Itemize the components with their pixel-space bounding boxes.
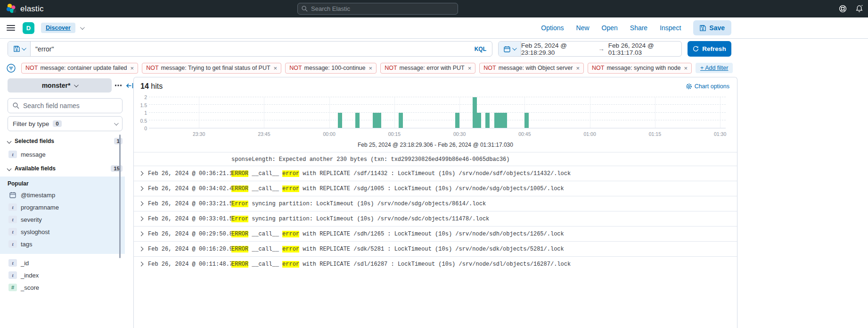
remove-filter-icon[interactable]: ×: [131, 65, 134, 72]
table-row: Feb 26, 2024 @ 00:29:50.898ERROR __call_…: [134, 226, 737, 241]
nav-open[interactable]: Open: [602, 24, 618, 32]
table-row: Feb 26, 2024 @ 00:33:21.536Error syncing…: [134, 196, 737, 211]
filter-bar: NOTmessage: container update failed×NOTm…: [0, 59, 739, 77]
saved-query-menu-button[interactable]: [8, 42, 31, 56]
nav-new[interactable]: New: [576, 24, 590, 32]
histogram-bar[interactable]: [485, 113, 490, 128]
chevron-down-icon: [21, 46, 26, 50]
filter-pill[interactable]: NOTmessage: container update failed×: [21, 63, 138, 74]
query-language-badge[interactable]: KQL: [469, 46, 492, 52]
index-pattern-selector[interactable]: monster*: [8, 78, 112, 93]
text-field-icon: t: [8, 228, 17, 235]
expand-row-icon[interactable]: [134, 246, 148, 252]
global-search[interactable]: [297, 3, 458, 15]
sidebar-scrollbar[interactable]: [119, 135, 121, 258]
remove-filter-icon[interactable]: ×: [684, 65, 688, 72]
filter-pill[interactable]: NOTmessage: Trying to get final status o…: [142, 63, 281, 74]
expand-row-icon[interactable]: [134, 216, 148, 222]
histogram-plot[interactable]: [149, 97, 726, 128]
y-axis-tick: 1: [144, 110, 147, 116]
expand-row-icon[interactable]: [134, 261, 148, 267]
field-item-_id[interactable]: t_id: [8, 257, 123, 269]
date-from[interactable]: Feb 25, 2024 @ 23:18:29.30: [521, 42, 594, 56]
row-timestamp: Feb 26, 2024 @ 00:34:02.433: [148, 185, 231, 192]
remove-filter-icon[interactable]: ×: [274, 65, 278, 72]
help-icon[interactable]: [839, 5, 847, 13]
nav-options[interactable]: Options: [541, 24, 564, 32]
gridline: [149, 97, 726, 97]
field-item-_index[interactable]: t_index: [8, 269, 123, 281]
collapse-sidebar-icon[interactable]: [126, 83, 133, 89]
row-timestamp: Feb 26, 2024 @ 00:29:50.898: [148, 231, 231, 237]
histogram-bar[interactable]: [377, 113, 381, 128]
histogram-bar[interactable]: [355, 113, 360, 128]
filter-not-prefix: NOT: [289, 65, 302, 71]
histogram-bar[interactable]: [373, 113, 377, 128]
remove-filter-icon[interactable]: ×: [369, 65, 373, 72]
filter-label: message: Trying to get final status of P…: [161, 65, 270, 71]
remove-filter-icon[interactable]: ×: [468, 65, 472, 72]
chart-options-button[interactable]: Chart options: [686, 83, 729, 90]
field-item-_score[interactable]: #_score: [8, 281, 123, 294]
field-name: message: [21, 151, 46, 158]
row-message: ERROR __call__ error with REPLICATE /sdf…: [231, 170, 737, 177]
elastic-logo-brand[interactable]: elastic: [0, 3, 44, 14]
filter-label: message: container update failed: [40, 65, 127, 71]
selected-fields-header[interactable]: Selected fields 1: [8, 138, 123, 144]
field-settings-icon[interactable]: [115, 84, 122, 87]
gridline: [394, 97, 395, 128]
filter-not-prefix: NOT: [385, 65, 397, 71]
field-item-message[interactable]: tmessage: [8, 148, 123, 160]
text-field-icon: t: [8, 240, 17, 248]
filter-pill[interactable]: NOTmessage: syncing with node×: [588, 63, 692, 74]
nav-inspect[interactable]: Inspect: [660, 24, 681, 32]
nav-share[interactable]: Share: [630, 24, 647, 32]
field-item-@timestamp[interactable]: @timestamp: [8, 189, 123, 201]
add-filter-button[interactable]: + Add filter: [696, 63, 733, 73]
app-bar: D Discover OptionsNewOpenShareInspect Sa…: [0, 17, 868, 39]
field-item-sysloghost[interactable]: tsysloghost: [8, 226, 123, 238]
field-name: tags: [21, 241, 33, 248]
expand-row-icon[interactable]: [134, 186, 148, 192]
calendar-menu-button[interactable]: [499, 42, 521, 56]
save-button[interactable]: Save: [693, 20, 731, 35]
available-fields-header[interactable]: Available fields 15: [8, 165, 123, 172]
histogram-bar[interactable]: [494, 113, 499, 128]
breadcrumb[interactable]: Discover: [41, 23, 75, 33]
gridline: [590, 97, 590, 128]
notifications-icon[interactable]: [855, 5, 863, 13]
refresh-button[interactable]: Refresh: [688, 41, 731, 57]
menu-icon[interactable]: [7, 25, 15, 31]
histogram-bar[interactable]: [399, 113, 403, 128]
global-search-input[interactable]: [311, 5, 454, 12]
selected-fields-label: Selected fields: [15, 138, 54, 144]
save-label: Save: [709, 24, 725, 32]
field-item-programname[interactable]: tprogramname: [8, 201, 123, 213]
date-to[interactable]: Feb 26, 2024 @ 01:31:17.03: [608, 42, 681, 56]
histogram-bar[interactable]: [524, 113, 529, 128]
filter-by-type-select[interactable]: Filter by type 0: [8, 116, 123, 131]
histogram-bar[interactable]: [499, 113, 503, 128]
expand-row-icon[interactable]: [134, 171, 148, 177]
filter-menu-icon[interactable]: [7, 64, 16, 73]
expand-row-icon[interactable]: [134, 201, 148, 207]
field-item-tags[interactable]: ttags: [8, 238, 123, 250]
chevron-down-icon[interactable]: [80, 25, 85, 30]
expand-row-icon[interactable]: [134, 231, 148, 237]
text-field-icon: t: [8, 203, 17, 211]
histogram-bar[interactable]: [455, 113, 459, 128]
field-name: _index: [21, 272, 39, 279]
gridline: [149, 112, 726, 113]
query-input[interactable]: [31, 45, 469, 53]
filter-pill[interactable]: NOTmessage: with Object server×: [479, 63, 584, 74]
histogram-bar[interactable]: [503, 113, 507, 128]
histogram-bar[interactable]: [473, 97, 477, 128]
histogram-bar[interactable]: [338, 113, 342, 128]
filter-pill[interactable]: NOTmessage: 100-continue×: [285, 63, 377, 74]
remove-filter-icon[interactable]: ×: [576, 65, 580, 72]
field-search-input[interactable]: [23, 102, 117, 109]
histogram-bar[interactable]: [477, 113, 481, 128]
space-avatar[interactable]: D: [23, 22, 34, 34]
field-item-severity[interactable]: tseverity: [8, 213, 123, 226]
filter-pill[interactable]: NOTmessage: error with PUT×: [380, 63, 475, 74]
